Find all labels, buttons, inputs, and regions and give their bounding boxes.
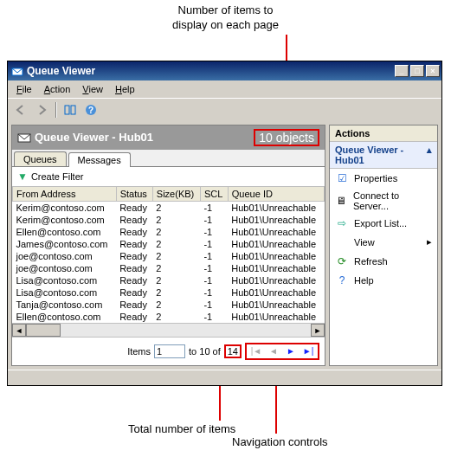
show-hide-button[interactable] <box>61 100 80 119</box>
queue-icon <box>17 131 31 145</box>
table-row[interactable]: Lisa@contoso.comReady2-1Hub01\Unreachabl… <box>13 286 325 299</box>
cell-status: Ready <box>116 238 152 250</box>
cell-size: 2 <box>152 274 200 286</box>
action-label: Export List... <box>354 218 407 228</box>
action-label: Help <box>354 275 374 286</box>
action-label: Properties <box>354 173 397 183</box>
cell-scl: -1 <box>200 286 228 299</box>
nav-last-icon[interactable]: ►| <box>300 344 316 358</box>
total-items: 14 <box>224 344 242 358</box>
actions-pane: Actions Queue Viewer - Hub01 ▴ ☑ Propert… <box>329 125 438 366</box>
menu-file[interactable]: File <box>11 82 37 96</box>
menu-help[interactable]: Help <box>110 82 140 96</box>
submenu-arrow-icon: ▸ <box>427 236 432 248</box>
callout-line <box>219 386 221 421</box>
cell-scl: -1 <box>200 311 228 323</box>
col-queue[interactable]: Queue ID <box>228 186 324 201</box>
table-row[interactable]: Tanja@contoso.comReady2-1Hub01\Unreachab… <box>13 299 325 311</box>
cell-scl: -1 <box>200 274 228 286</box>
tab-queues[interactable]: Queues <box>14 151 67 166</box>
cell-from: joe@contoso.com <box>13 250 117 262</box>
cell-scl: -1 <box>200 226 228 238</box>
collapse-icon[interactable]: ▴ <box>427 145 432 165</box>
items-label: Items <box>127 346 151 357</box>
table-row[interactable]: James@contoso.comReady2-1Hub01\Unreachab… <box>13 238 325 250</box>
action-help[interactable]: ? Help <box>330 271 437 290</box>
cell-queue: Hub01\Unreachable <box>228 238 324 250</box>
annotation-top: Number of items todisplay on each page <box>0 3 451 33</box>
cell-queue: Hub01\Unreachable <box>228 274 324 286</box>
toolbar-separator <box>55 102 56 118</box>
horizontal-scrollbar[interactable]: ◄ ► <box>12 323 325 337</box>
action-connect[interactable]: 🖥 Connect to Server... <box>330 188 437 214</box>
help-button[interactable]: ? <box>81 100 100 119</box>
cell-status: Ready <box>116 250 152 262</box>
col-from[interactable]: From Address <box>13 186 117 201</box>
col-status[interactable]: Status <box>116 186 152 201</box>
scroll-right-arrow[interactable]: ► <box>311 324 325 337</box>
table-row[interactable]: joe@contoso.comReady2-1Hub01\Unreachable <box>13 250 325 262</box>
cell-queue: Hub01\Unreachable <box>228 201 324 214</box>
to-label: to 10 of <box>189 346 221 357</box>
main-pane: Queue Viewer - Hub01 10 objects Queues M… <box>11 125 325 366</box>
action-properties[interactable]: ☑ Properties <box>330 169 437 188</box>
cell-from: Lisa@contoso.com <box>13 286 117 299</box>
action-refresh[interactable]: ⟳ Refresh <box>330 252 437 271</box>
cell-scl: -1 <box>200 214 228 226</box>
cell-scl: -1 <box>200 238 228 250</box>
nav-first-icon[interactable]: |◄ <box>248 344 264 358</box>
cell-from: Ellen@contoso.com <box>13 226 117 238</box>
menubar: File Action View Help <box>8 80 441 98</box>
table-row[interactable]: joe@contoso.comReady2-1Hub01\Unreachable <box>13 262 325 274</box>
table-row[interactable]: Ellen@contoso.comReady2-1Hub01\Unreachab… <box>13 311 325 323</box>
message-grid: From Address Status Size(KB) SCL Queue I… <box>12 186 325 323</box>
back-button[interactable] <box>11 100 30 119</box>
bottom-annotations: Total number of items Navigation control… <box>7 386 442 455</box>
page-from-input[interactable] <box>154 344 185 358</box>
table-row[interactable]: Kerim@contoso.comReady2-1Hub01\Unreachab… <box>13 201 325 214</box>
table-row[interactable]: Lisa@contoso.comReady2-1Hub01\Unreachabl… <box>13 274 325 286</box>
cell-scl: -1 <box>200 262 228 274</box>
cell-queue: Hub01\Unreachable <box>228 299 324 311</box>
col-size[interactable]: Size(KB) <box>152 186 200 201</box>
menu-view[interactable]: View <box>77 82 108 96</box>
filter-bar: ▼ Create Filter <box>12 167 325 186</box>
object-count: 10 objects <box>254 129 319 146</box>
scroll-left-arrow[interactable]: ◄ <box>12 324 26 337</box>
cell-size: 2 <box>152 299 200 311</box>
table-row[interactable]: Kerim@contoso.comReady2-1Hub01\Unreachab… <box>13 214 325 226</box>
cell-queue: Hub01\Unreachable <box>228 226 324 238</box>
callout-line <box>286 35 287 61</box>
action-label: View <box>354 237 422 248</box>
table-row[interactable]: Ellen@contoso.comReady2-1Hub01\Unreachab… <box>13 226 325 238</box>
cell-size: 2 <box>152 214 200 226</box>
svg-rect-1 <box>65 106 69 114</box>
statusbar <box>8 370 441 385</box>
nav-next-icon[interactable]: ► <box>283 344 299 358</box>
action-export[interactable]: ⇨ Export List... <box>330 214 437 233</box>
forward-button[interactable] <box>32 100 51 119</box>
cell-from: James@contoso.com <box>13 238 117 250</box>
pane-header: Queue Viewer - Hub01 10 objects <box>12 125 325 150</box>
cell-from: Ellen@contoso.com <box>13 311 117 323</box>
actions-subheader: Queue Viewer - Hub01 ▴ <box>330 142 437 169</box>
refresh-icon: ⟳ <box>335 254 349 268</box>
cell-scl: -1 <box>200 299 228 311</box>
pane-title: Queue Viewer - Hub01 <box>35 131 153 144</box>
cell-size: 2 <box>152 262 200 274</box>
tab-row: Queues Messages <box>12 150 325 167</box>
app-window: Queue Viewer _ □ × File Action View Help… <box>7 61 442 386</box>
action-view[interactable]: View ▸ <box>330 233 437 252</box>
maximize-button[interactable]: □ <box>410 65 424 77</box>
tab-messages[interactable]: Messages <box>68 152 131 167</box>
close-button[interactable]: × <box>426 65 440 77</box>
minimize-button[interactable]: _ <box>395 65 409 77</box>
nav-prev-icon[interactable]: ◄ <box>266 344 281 358</box>
menu-action[interactable]: Action <box>39 82 76 96</box>
cell-size: 2 <box>152 238 200 250</box>
scroll-thumb[interactable] <box>26 324 61 337</box>
actions-header: Actions <box>330 125 437 142</box>
col-scl[interactable]: SCL <box>200 186 228 201</box>
create-filter-link[interactable]: Create Filter <box>31 171 84 182</box>
cell-from: joe@contoso.com <box>13 262 117 274</box>
